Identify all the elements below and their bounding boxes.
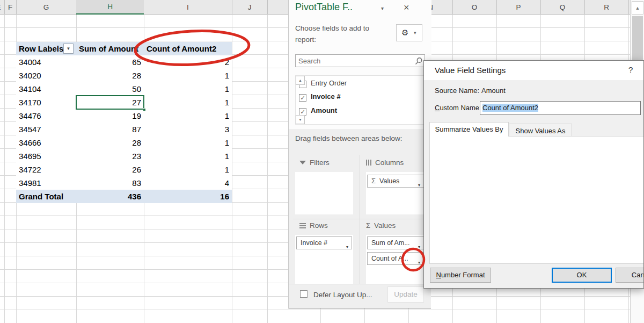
cell[interactable]: 34020 [16, 69, 76, 82]
column-header-E[interactable]: E [0, 0, 4, 15]
update-button[interactable]: Update [387, 286, 424, 303]
column-header-Q[interactable]: Q [540, 0, 584, 15]
cell[interactable]: 34666 [16, 136, 76, 149]
cell[interactable]: 3 [144, 123, 232, 136]
tools-button[interactable]: ⚙ ▾ [396, 24, 422, 41]
defer-layout-checkbox[interactable] [300, 290, 308, 298]
field-item-entry-order[interactable]: ✓Entry Order [299, 77, 347, 89]
field-label: Amount [311, 106, 337, 114]
number-format-button[interactable]: Number Format [430, 268, 491, 283]
fill-handle[interactable] [143, 108, 146, 111]
columns-icon [366, 160, 371, 166]
column-header-O[interactable]: O [452, 0, 496, 15]
gridline [4, 15, 5, 323]
checkbox-checked[interactable]: ✓ [299, 94, 306, 102]
cell[interactable]: 34104 [16, 82, 76, 96]
values-field-sum-of-amount[interactable]: Sum of Am... ▾ [367, 236, 424, 249]
column-header-G[interactable]: G [16, 0, 76, 15]
cell[interactable]: 1 [144, 69, 232, 82]
column-header-J[interactable]: J [232, 0, 267, 15]
gear-icon: ⚙ [401, 28, 408, 38]
cell[interactable]: 1 [144, 82, 232, 96]
cell[interactable]: 28 [76, 136, 144, 149]
custom-name-input[interactable]: Count of Amount2 [480, 101, 641, 115]
cell[interactable]: 26 [76, 163, 144, 176]
chevron-down-icon: ▾ [414, 30, 416, 35]
column-header-H-selected[interactable]: H [76, 0, 144, 15]
cell[interactable]: 1 [144, 149, 232, 163]
check-icon: ✓ [300, 95, 305, 101]
value-field-settings-dialog: Value Field Settings ? Source Name: Amou… [423, 60, 644, 289]
column-header-I[interactable]: I [144, 0, 232, 15]
cell[interactable]: 1 [144, 163, 232, 176]
help-icon[interactable]: ? [628, 65, 633, 74]
cell[interactable]: 34722 [16, 163, 76, 176]
defer-layout-label: Defer Layout Up... [313, 291, 372, 299]
values-drop-zone[interactable]: Sum of Am... ▾ Count of A... ▾ [366, 235, 425, 284]
columns-field-values[interactable]: ΣValues ▾ [367, 175, 424, 188]
pivot-grand-total-row: Grand Total 436 16 [16, 190, 232, 203]
cell[interactable]: Grand Total [16, 190, 76, 203]
chevron-down-icon[interactable]: ▾ [418, 257, 420, 269]
scroll-down-icon[interactable]: ▼ [296, 115, 305, 124]
divider [293, 219, 427, 219]
chevron-down-icon[interactable]: ▾ [381, 5, 384, 11]
filters-drop-zone[interactable] [295, 172, 353, 214]
scroll-up-icon[interactable]: ▲ [632, 1, 643, 15]
rows-drop-zone[interactable]: Invoice # ▾ [295, 235, 353, 284]
cell[interactable]: 34476 [16, 109, 76, 123]
close-icon[interactable]: × [404, 2, 409, 13]
row-labels-filter-button[interactable]: ▼ [63, 44, 74, 54]
rows-field-invoice[interactable]: Invoice # ▾ [296, 236, 352, 249]
pivot-header-count[interactable]: Count of Amount2 [144, 42, 232, 55]
cell[interactable]: 1 [144, 136, 232, 149]
cell[interactable]: 2 [144, 55, 232, 69]
cell[interactable]: 23 [76, 149, 144, 163]
cell[interactable]: 50 [76, 82, 144, 96]
search-icon[interactable] [415, 57, 423, 65]
values-field-count-of-amount2[interactable]: Count of A... ▾ [367, 252, 424, 265]
tab-panel [429, 136, 644, 264]
cell[interactable]: 1 [144, 109, 232, 123]
chevron-down-icon[interactable]: ▾ [346, 241, 348, 253]
tab-summarize-values-by[interactable]: Summarize Values By [429, 122, 509, 137]
ok-button[interactable]: OK [552, 268, 612, 283]
column-header-R[interactable]: R [584, 0, 628, 15]
pivottable-fields-pane: PivotTable F.. ▾ × Choose fields to add … [288, 0, 431, 308]
column-header-P[interactable]: P [496, 0, 540, 15]
cell[interactable]: 28 [76, 69, 144, 82]
cell[interactable]: 34004 [16, 55, 76, 69]
tab-show-values-as[interactable]: Show Values As [509, 124, 572, 137]
cell[interactable]: 34547 [16, 123, 76, 136]
pivot-header-row-labels[interactable]: Row Labels ▼ [16, 42, 76, 55]
cell[interactable]: 34170 [16, 96, 76, 109]
cell[interactable]: 1 [144, 96, 232, 109]
cell[interactable]: 34981 [16, 176, 76, 190]
columns-drop-zone[interactable]: ΣValues ▾ [366, 172, 425, 214]
pivot-row: 34004 65 2 [16, 55, 232, 69]
cell[interactable]: 436 [76, 190, 144, 203]
checkbox-checked[interactable]: ✓ [299, 108, 306, 116]
cell-selection-border[interactable] [76, 95, 144, 110]
cell[interactable]: 65 [76, 55, 144, 69]
chevron-down-icon[interactable]: ▾ [418, 241, 420, 253]
cell[interactable]: 19 [76, 109, 144, 123]
cancel-button[interactable]: Cancel [616, 268, 644, 283]
cell[interactable]: 4 [144, 176, 232, 190]
pivot-header-sum[interactable]: Sum of Amount [76, 42, 144, 55]
chevron-down-icon[interactable]: ▾ [418, 180, 420, 191]
header-separator [232, 0, 232, 15]
columns-area-label: Columns [366, 159, 404, 167]
divider [289, 284, 431, 284]
cell[interactable]: 16 [144, 190, 232, 203]
cell[interactable]: 83 [76, 176, 144, 190]
choose-fields-label: Choose fields to add to report: [295, 23, 389, 45]
pivot-row: 34695 23 1 [16, 149, 232, 163]
cell[interactable]: 34695 [16, 149, 76, 163]
field-item-invoice[interactable]: ✓Invoice # [299, 90, 341, 103]
cell[interactable]: 87 [76, 123, 144, 136]
scroll-up-icon[interactable]: ▲ [296, 76, 305, 85]
column-header-F[interactable]: F [4, 0, 16, 15]
header-separator [628, 0, 629, 15]
search-input[interactable]: Search [295, 54, 425, 67]
